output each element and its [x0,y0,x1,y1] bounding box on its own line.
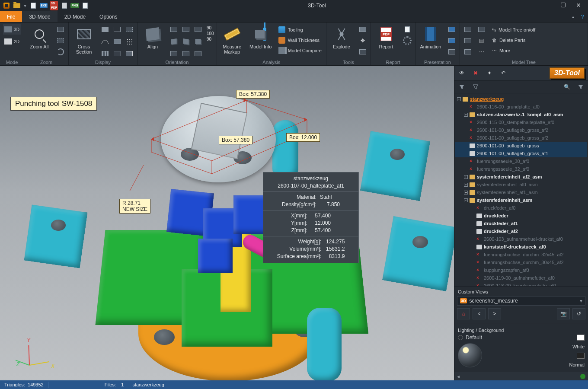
maximize-button[interactable]: ▢ [558,1,568,10]
custom-view-reset-icon[interactable]: ↺ [572,308,585,319]
tree-node[interactable]: ×2600-118-00_kupplungsplatte_af0 [455,282,587,286]
present-b-icon[interactable] [447,35,457,46]
tooling-button[interactable]: Tooling [277,25,323,35]
align-button[interactable]: Align [140,24,165,49]
tree-node[interactable]: ×fuehrungssaeule_30_af0 [455,157,587,165]
mode-3d-button[interactable]: 3D [3,24,21,35]
shade-points-icon[interactable] [124,36,134,47]
delete-parts-button[interactable]: 🗑Delete Parts [490,35,537,45]
tree-node[interactable]: kunststoff-druckstueck_af0 [455,243,587,251]
tree-node[interactable]: druckfeder_af1 [455,220,587,227]
shade-xray-icon[interactable] [112,48,122,59]
view-right-icon[interactable] [193,24,203,35]
eye-icon[interactable]: 👁 [455,67,468,79]
filter-clear-icon[interactable] [469,81,482,93]
tab-options[interactable]: Options [93,11,124,22]
model-tree-toggle-button[interactable]: ⇆Model Tree on/off [490,25,537,35]
zoom-window-icon[interactable] [55,24,66,35]
tree-expander-icon[interactable]: + [464,175,468,179]
present-c-icon[interactable] [447,47,457,57]
tree-node[interactable]: ×druckfeder_af0 [455,204,587,212]
eye-off-icon[interactable]: ✖ [469,67,482,79]
animation-button[interactable]: Animation [418,24,443,49]
custom-view-next-button[interactable]: > [488,308,501,319]
tree-node[interactable]: ×fuehrungsbuchse_durchm_30x45_af2 [455,258,587,266]
filter-icon[interactable] [455,81,468,93]
report-settings-icon[interactable] [402,35,412,46]
minimize-button[interactable]: — [542,1,553,10]
shade-wire-icon[interactable] [112,24,122,35]
view-left-icon[interactable] [193,48,203,59]
close-button[interactable]: × [573,1,584,10]
tree-node[interactable]: +systemfedereinheit_af0_asm [455,181,587,188]
filter-menu-icon[interactable] [574,81,587,93]
report-button[interactable]: Report [374,24,399,49]
search-tree-icon[interactable]: 🔍 [560,81,573,93]
ribbon-collapse-icon[interactable]: ▴ [569,11,577,22]
tree-node[interactable]: ×2600-103_aufnahmehuel-druckst_af0 [455,235,587,243]
tree-expander-icon[interactable]: + [464,113,468,117]
tree-node[interactable]: ×2600-116-00_grundplatte_af0 [455,103,587,111]
tab-3d-mode[interactable]: 3D-Mode [22,11,57,22]
view-iso3-icon[interactable] [193,36,203,47]
qat-mail-icon[interactable] [81,2,89,10]
model-compare-button[interactable]: Model Compare [277,46,323,55]
model-info-button[interactable]: Model Info [248,24,273,49]
measure-markup-button[interactable]: Measure Markup [220,24,245,54]
panel-footer-expand-icon[interactable]: ◂ [457,373,460,379]
shade-curve-icon[interactable] [100,36,110,47]
qat-dropdown-icon[interactable]: ▾ [23,2,27,10]
zoom-all-button[interactable]: Zoom All [27,24,52,49]
model-tree[interactable]: -stanzwerkzeug×2600-116-00_grundplatte_a… [454,93,588,286]
undo-icon[interactable]: ↶ [497,67,510,79]
custom-view-prev-button[interactable]: < [473,308,486,319]
view-top-icon[interactable] [181,24,191,35]
tree-node[interactable]: ×2600-115-00_stempelhalteplatte_af0 [455,118,587,126]
view-iso2-icon[interactable] [181,36,191,47]
view-iso1-icon[interactable] [169,36,179,47]
qat-save-ddd-icon[interactable] [29,2,37,10]
tool-coord-icon[interactable]: ✥ [358,35,368,46]
tree-expander-icon[interactable]: - [464,198,468,202]
tree-expander-icon[interactable]: - [457,97,461,101]
tree-node[interactable]: +stutzen-stanzwerkz-1_kompl_af0_asm [455,111,587,118]
qat-save-png-icon[interactable]: PNG [71,2,79,10]
mt-iconcol-d[interactable] [476,24,487,35]
tree-node[interactable]: ×2600-119-00_aufnahmefutter_af0 [455,274,587,282]
qat-save-3dpdf-icon[interactable]: 3DPDF [50,2,58,10]
tree-node[interactable]: -stanzwerkzeug [455,95,587,103]
tree-expander-icon[interactable]: + [464,191,468,194]
tree-node[interactable]: +systemfedereinheit_af1_asm [455,188,587,196]
tree-node[interactable]: ×fuehrungsbuchse_durchm_32x45_af2 [455,251,587,258]
view-bottom-icon[interactable] [181,48,191,59]
tree-node[interactable]: ×kupplungszapfen_af0 [455,266,587,274]
tree-node[interactable]: -systemfedereinheit_asm [455,196,587,204]
tab-file[interactable]: File [0,11,22,22]
qat-print-icon[interactable] [61,2,68,10]
shade-flat-icon[interactable] [112,36,122,47]
present-a-icon[interactable] [447,24,457,35]
mt-iconcol-b[interactable] [463,35,473,46]
highlight-icon[interactable]: ✦ [483,67,496,79]
more-button[interactable]: ⋯More [490,46,537,55]
mt-iconcol-c[interactable] [463,47,473,57]
mt-iconcol-f[interactable]: ⋯ [476,47,487,57]
qat-open-icon[interactable] [13,2,21,10]
lighting-sphere[interactable] [458,343,482,367]
explode-button[interactable]: Explode [329,24,354,49]
tree-node[interactable]: ×2600-101-00_auflageb_gross_af2 [455,134,587,142]
custom-views-select[interactable]: 3D screenshot_measure ▾ [457,296,585,306]
tab-2d-mode[interactable]: 2D-Mode [58,11,93,22]
help-icon[interactable]: ? [577,11,588,22]
mt-iconcol-e[interactable]: ▤ [476,35,487,46]
custom-view-home-icon[interactable]: ⌂ [457,308,470,319]
tree-node[interactable]: 2600-101-00_auflageb_gross [455,142,587,150]
tool-extra-icon[interactable] [358,47,368,57]
tree-node[interactable]: +systemfedereinheit_af2_asm [455,173,587,181]
mode-2d-button[interactable]: 2D [3,36,21,47]
tree-node[interactable]: druckfeder_af2 [455,227,587,235]
zoom-rotate-icon[interactable] [55,47,66,57]
tool-place-icon[interactable] [358,24,368,35]
shade-hidden-icon[interactable] [124,24,134,35]
tree-node[interactable]: 2600-101-00_auflageb_gross_af1 [455,150,587,157]
